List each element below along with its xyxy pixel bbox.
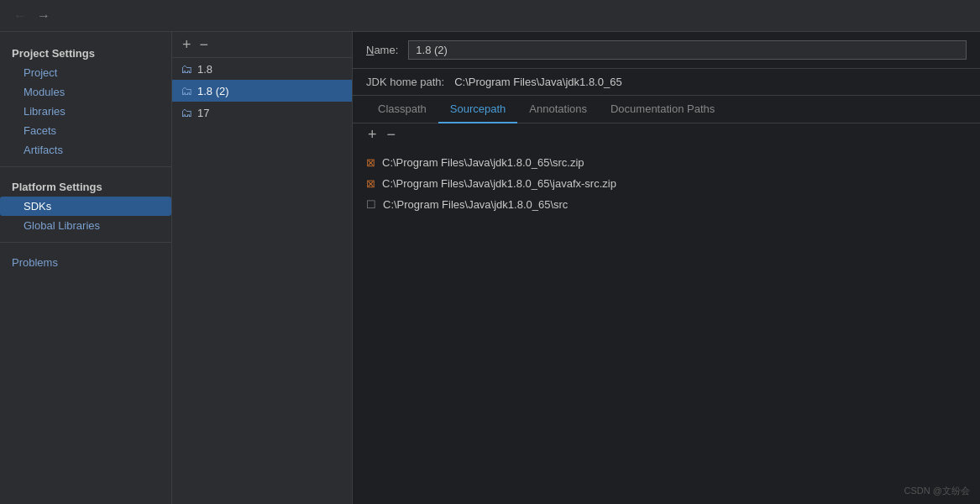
- zip-icon-1: ⊠: [366, 156, 375, 169]
- jdk-label: JDK home path:: [366, 76, 444, 88]
- sidebar-item-modules[interactable]: Modules: [0, 82, 171, 102]
- sdk-item-1.8-2[interactable]: 🗂 1.8 (2): [172, 80, 352, 102]
- sidebar-divider: [0, 166, 171, 167]
- main-layout: Project Settings Project Modules Librari…: [0, 32, 980, 504]
- remove-path-button[interactable]: −: [385, 127, 398, 142]
- watermark: CSDN @文纷会: [904, 485, 970, 497]
- sdk-panel: + − 🗂 1.8 🗂 1.8 (2) 🗂 17: [172, 32, 353, 504]
- remove-sdk-button[interactable]: −: [198, 37, 211, 52]
- sdk-item-label-2: 1.8 (2): [197, 85, 229, 97]
- tab-documentation-paths[interactable]: Documentation Paths: [599, 96, 726, 123]
- path-item-src-zip[interactable]: ⊠ C:\Program Files\Java\jdk1.8.0_65\src.…: [353, 152, 980, 173]
- forward-button[interactable]: →: [32, 8, 55, 24]
- zip-icon-2: ⊠: [366, 177, 375, 190]
- path-label-3: C:\Program Files\Java\jdk1.8.0_65\src: [383, 198, 568, 211]
- sidebar-item-sdks[interactable]: SDKs: [0, 197, 171, 216]
- tab-annotations[interactable]: Annotations: [517, 96, 599, 123]
- back-button[interactable]: ←: [8, 8, 32, 24]
- sidebar: Project Settings Project Modules Librari…: [0, 32, 172, 504]
- sdk-folder-icon-1: 🗂: [181, 62, 192, 76]
- project-settings-title: Project Settings: [0, 40, 171, 63]
- detail-panel: Name: JDK home path: C:\Program Files\Ja…: [353, 32, 980, 504]
- sidebar-item-facets[interactable]: Facets: [0, 121, 171, 140]
- top-bar: ← →: [0, 0, 980, 32]
- sidebar-divider-2: [0, 242, 171, 243]
- name-input[interactable]: [408, 40, 967, 60]
- path-item-src-folder[interactable]: ☐ C:\Program Files\Java\jdk1.8.0_65\src: [353, 194, 980, 215]
- sidebar-item-artifacts[interactable]: Artifacts: [0, 140, 171, 160]
- path-label-1: C:\Program Files\Java\jdk1.8.0_65\src.zi…: [382, 156, 584, 169]
- tabs-bar: Classpath Sourcepath Annotations Documen…: [353, 96, 980, 123]
- tab-sourcepath[interactable]: Sourcepath: [438, 96, 518, 123]
- path-label-2: C:\Program Files\Java\jdk1.8.0_65\javafx…: [382, 177, 616, 190]
- jdk-path-row: JDK home path: C:\Program Files\Java\jdk…: [353, 69, 980, 96]
- sdk-item-label-3: 17: [197, 107, 209, 119]
- jdk-path-value: C:\Program Files\Java\jdk1.8.0_65: [454, 76, 621, 88]
- sidebar-item-project[interactable]: Project: [0, 63, 171, 82]
- sdk-item-label-1: 1.8: [197, 63, 212, 76]
- sdk-item-1.8[interactable]: 🗂 1.8: [172, 58, 352, 80]
- add-path-button[interactable]: +: [366, 127, 379, 142]
- platform-settings-title: Platform Settings: [0, 174, 171, 197]
- name-row: Name:: [353, 32, 980, 69]
- add-sdk-button[interactable]: +: [181, 37, 193, 52]
- sdk-folder-icon-3: 🗂: [181, 106, 192, 119]
- sidebar-item-problems[interactable]: Problems: [0, 249, 171, 272]
- sdk-list: 🗂 1.8 🗂 1.8 (2) 🗂 17: [172, 58, 352, 504]
- sdk-item-17[interactable]: 🗂 17: [172, 102, 352, 123]
- tab-classpath[interactable]: Classpath: [366, 96, 438, 123]
- sidebar-item-libraries[interactable]: Libraries: [0, 102, 171, 121]
- sdk-folder-icon-2: 🗂: [181, 84, 192, 97]
- content-toolbar: + −: [353, 123, 980, 145]
- content-area: ⊠ C:\Program Files\Java\jdk1.8.0_65\src.…: [353, 145, 980, 504]
- sdk-toolbar: + −: [172, 32, 352, 58]
- path-item-javafx-src-zip[interactable]: ⊠ C:\Program Files\Java\jdk1.8.0_65\java…: [353, 173, 980, 194]
- name-label: Name:: [366, 44, 398, 56]
- folder-icon-1: ☐: [366, 198, 376, 211]
- sidebar-item-global-libraries[interactable]: Global Libraries: [0, 216, 171, 235]
